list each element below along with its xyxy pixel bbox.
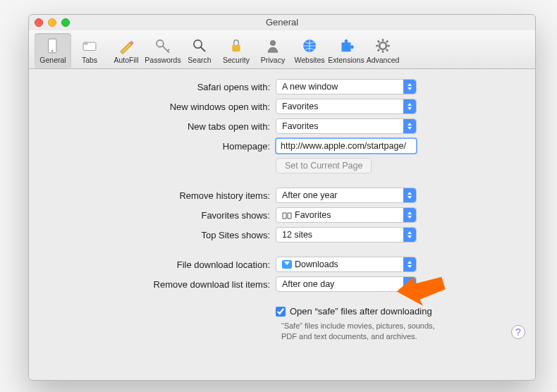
tab-label: General: [39, 56, 66, 64]
general-icon: [43, 36, 63, 56]
tab-extensions[interactable]: Extensions: [328, 33, 365, 68]
tab-label: Advanced: [367, 56, 400, 64]
puzzle-icon: [336, 36, 356, 56]
chevron-updown-icon: [403, 257, 416, 271]
remove-history-select[interactable]: After one year: [276, 188, 417, 203]
search-icon: [190, 36, 209, 56]
checkbox-label: Open “safe” files after downloading: [290, 306, 432, 317]
tab-general[interactable]: General: [35, 33, 71, 68]
minimize-button[interactable]: [48, 18, 56, 27]
tab-label: Search: [188, 56, 211, 64]
download-location-select[interactable]: Downloads: [276, 257, 417, 272]
preferences-toolbar: General Tabs AutoFill Passwords Search S…: [29, 30, 535, 69]
lock-icon: [226, 36, 246, 56]
label-top-sites: Top Sites shows:: [43, 230, 276, 240]
close-button[interactable]: [35, 18, 43, 27]
privacy-icon: [263, 36, 283, 56]
window-title: General: [29, 15, 535, 30]
new-tabs-select[interactable]: Favorites: [276, 118, 417, 134]
favorites-shows-select[interactable]: Favorites: [276, 207, 417, 223]
tab-advanced[interactable]: Advanced: [365, 33, 401, 68]
svg-rect-9: [232, 44, 240, 51]
tab-label: AutoFill: [114, 56, 138, 64]
label-favorites-shows: Favorites shows:: [43, 210, 276, 221]
tab-tabs[interactable]: Tabs: [71, 33, 108, 68]
tab-label: Security: [223, 56, 250, 64]
open-safe-checkbox[interactable]: Open “safe” files after downloading: [276, 306, 432, 317]
top-sites-select[interactable]: 12 sites: [276, 227, 417, 243]
globe-icon: [300, 36, 319, 56]
label-safari-opens: Safari opens with:: [43, 82, 276, 92]
label-download-location: File download location:: [43, 259, 276, 270]
tabs-icon: [80, 36, 99, 56]
safari-opens-select[interactable]: A new window: [276, 79, 417, 94]
svg-point-8: [194, 40, 202, 48]
select-value: Downloads: [295, 259, 338, 269]
tab-label: Tabs: [82, 56, 97, 64]
tab-websites[interactable]: Websites: [291, 33, 328, 68]
select-value: After one year: [282, 190, 338, 200]
chevron-updown-icon: [403, 208, 416, 222]
tab-label: Websites: [295, 56, 325, 64]
key-icon: [153, 36, 173, 56]
tab-passwords[interactable]: Passwords: [145, 33, 181, 68]
select-value: Favorites: [282, 102, 318, 111]
svg-rect-6: [83, 42, 88, 44]
chevron-updown-icon: [403, 228, 416, 242]
safe-files-hint: “Safe” files include movies, pictures, s…: [281, 321, 443, 342]
help-button[interactable]: ?: [511, 325, 525, 339]
label-remove-history: Remove history items:: [43, 190, 276, 201]
chevron-updown-icon: [403, 277, 416, 291]
book-icon: [282, 212, 292, 219]
downloads-folder-icon: [282, 260, 292, 269]
open-safe-input[interactable]: [276, 307, 286, 317]
select-value: 12 sites: [282, 230, 312, 240]
tab-privacy[interactable]: Privacy: [255, 33, 291, 68]
tab-security[interactable]: Security: [218, 33, 255, 68]
label-homepage: Homepage:: [43, 141, 276, 152]
chevron-updown-icon: [403, 99, 416, 114]
select-value: Favorites: [282, 121, 318, 131]
select-value: After one day: [282, 279, 334, 289]
chevron-updown-icon: [403, 80, 416, 94]
tab-label: Passwords: [145, 56, 180, 64]
titlebar: General: [29, 15, 535, 30]
autofill-icon: [116, 36, 136, 56]
window-controls: [35, 18, 70, 27]
svg-point-4: [51, 50, 53, 51]
zoom-button[interactable]: [61, 18, 70, 27]
set-current-page-button[interactable]: Set to Current Page: [276, 158, 372, 173]
tab-label: Extensions: [328, 56, 364, 64]
select-value: A new window: [282, 82, 338, 92]
new-windows-select[interactable]: Favorites: [276, 99, 417, 114]
chevron-updown-icon: [403, 119, 416, 133]
tab-autofill[interactable]: AutoFill: [108, 33, 145, 68]
chevron-updown-icon: [403, 188, 416, 202]
label-new-tabs: New tabs open with:: [43, 121, 276, 132]
label-remove-downloads: Remove download list items:: [43, 279, 276, 290]
homepage-field[interactable]: [276, 138, 417, 154]
svg-point-12: [379, 42, 386, 49]
general-pane: Safari opens with: A new window New wind…: [29, 69, 535, 349]
gear-icon: [373, 36, 393, 56]
svg-point-10: [270, 40, 276, 46]
remove-downloads-select[interactable]: After one day: [276, 276, 417, 292]
label-new-windows: New windows open with:: [43, 102, 276, 112]
preferences-window: General General Tabs AutoFill Passwords …: [28, 14, 536, 381]
tab-search[interactable]: Search: [181, 33, 218, 68]
select-value: Favorites: [295, 210, 331, 220]
tab-label: Privacy: [261, 56, 285, 64]
